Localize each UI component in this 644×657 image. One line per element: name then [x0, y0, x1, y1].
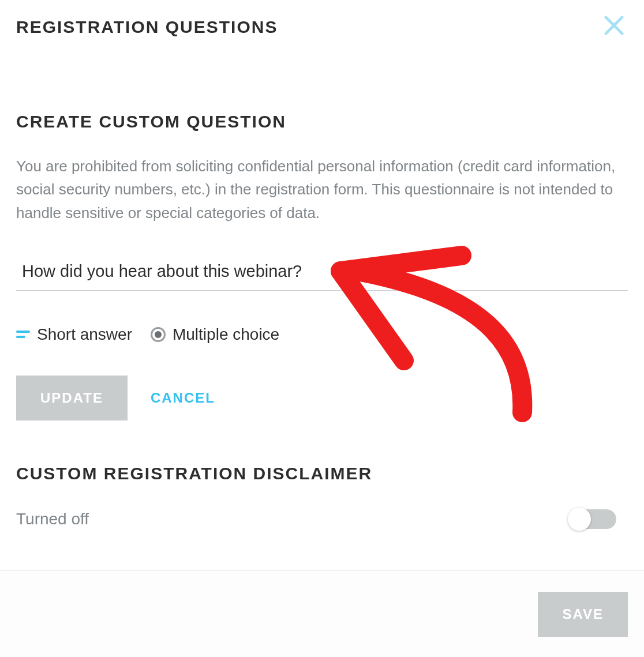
disclaimer-section: CUSTOM REGISTRATION DISCLAIMER Turned of… — [16, 464, 628, 529]
cancel-button[interactable]: CANCEL — [145, 376, 221, 421]
save-button[interactable]: SAVE — [538, 592, 628, 637]
question-input[interactable] — [16, 256, 628, 291]
create-question-description: You are prohibited from soliciting confi… — [16, 155, 616, 224]
disclaimer-status: Turned off — [16, 510, 89, 528]
disclaimer-toggle[interactable] — [569, 509, 616, 529]
short-answer-label: Short answer — [37, 325, 132, 344]
modal-title: REGISTRATION QUESTIONS — [16, 17, 628, 37]
short-answer-icon — [16, 328, 30, 341]
question-action-row: UPDATE CANCEL — [16, 376, 628, 421]
multiple-choice-label: Multiple choice — [173, 325, 279, 344]
disclaimer-heading: CUSTOM REGISTRATION DISCLAIMER — [16, 464, 628, 483]
multiple-choice-option[interactable]: Multiple choice — [151, 325, 279, 344]
radio-icon — [151, 327, 166, 342]
answer-type-selector: Short answer Multiple choice — [16, 325, 628, 344]
close-icon — [603, 14, 625, 36]
update-button[interactable]: UPDATE — [16, 376, 128, 421]
short-answer-option[interactable]: Short answer — [16, 325, 132, 344]
create-question-heading: CREATE CUSTOM QUESTION — [16, 112, 628, 132]
close-button[interactable] — [600, 12, 628, 39]
modal-container: REGISTRATION QUESTIONS CREATE CUSTOM QUE… — [0, 0, 644, 657]
toggle-knob — [568, 508, 591, 531]
modal-footer: SAVE — [0, 570, 644, 657]
